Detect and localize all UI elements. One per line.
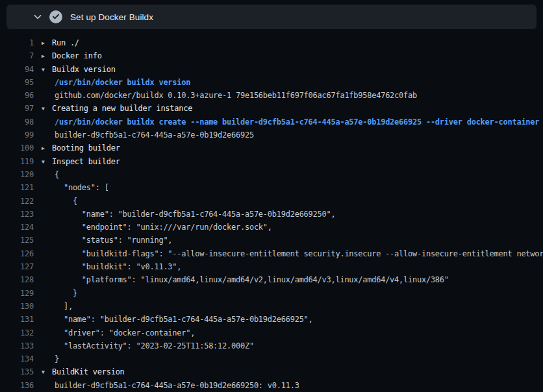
line-text: Creating a new builder instance [52, 102, 192, 115]
line-number[interactable]: 98 [0, 116, 34, 129]
line-number[interactable]: 7 [0, 49, 34, 62]
line-text: { [55, 195, 77, 208]
line-number[interactable]: 119 [0, 155, 34, 168]
line-number[interactable]: 96 [0, 89, 34, 102]
log-line: 131 "name": "builder-d9cfb5a1-c764-445a-… [0, 313, 543, 326]
line-text: "driver": "docker-container", [55, 326, 195, 339]
line-text: "name": "builder-d9cfb5a1-c764-445a-a57e… [55, 313, 313, 326]
line-text: builder-d9cfb5a1-c764-445a-a57e-0b19d2e6… [55, 379, 299, 392]
check-circle-icon [49, 10, 62, 23]
line-number[interactable]: 94 [0, 63, 34, 76]
line-text: /usr/bin/docker buildx create --name bui… [55, 116, 539, 129]
line-number[interactable]: 129 [0, 287, 34, 300]
actions-log-viewer: Set up Docker Buildx 1 ▶ Run ./ 7 ▶ Dock… [0, 0, 543, 392]
line-number[interactable]: 100 [0, 141, 34, 154]
line-text: } [55, 352, 59, 365]
triangle-collapsed-icon[interactable]: ▶ [42, 50, 49, 62]
log-line: 123 "name": "builder-d9cfb5a1-c764-445a-… [0, 208, 543, 221]
line-number[interactable]: 97 [0, 102, 34, 115]
line-text: "name": "builder-d9cfb5a1-c764-445a-a57e… [55, 208, 335, 221]
log-group-header[interactable]: 135 ▼ BuildKit version [0, 365, 543, 378]
line-text: "lastActivity": "2023-02-25T11:58:12.000… [55, 339, 254, 352]
line-number[interactable]: 99 [0, 129, 34, 141]
step-header[interactable]: Set up Docker Buildx [6, 5, 537, 29]
log-line: 126 "buildkitd-flags": "--allow-insecure… [0, 247, 543, 260]
log-line: 133 "lastActivity": "2023-02-25T11:58:12… [0, 339, 543, 352]
line-number[interactable]: 1 [0, 36, 34, 49]
log-line: 96 github.com/docker/buildx 0.10.3+azure… [0, 89, 543, 102]
log-line: 130 ], [0, 300, 543, 313]
log-group-header[interactable]: 100 ▶ Booting builder [0, 141, 543, 154]
line-number[interactable]: 123 [0, 208, 34, 221]
triangle-expanded-icon[interactable]: ▼ [42, 64, 49, 76]
line-number[interactable]: 95 [0, 76, 34, 89]
line-text: "buildkit": "v0.11.3", [55, 260, 181, 273]
line-text: BuildKit version [52, 365, 125, 378]
line-text: github.com/docker/buildx 0.10.3+azure-1 … [55, 89, 417, 102]
log-area: 1 ▶ Run ./ 7 ▶ Docker info 94 ▼ Buildx v… [0, 31, 543, 392]
log-group-header[interactable]: 94 ▼ Buildx version [0, 63, 543, 76]
log-group-header[interactable]: 119 ▼ Inspect builder [0, 155, 543, 168]
log-line: 120 { [0, 168, 543, 181]
line-text: /usr/bin/docker buildx version [55, 76, 190, 89]
line-number[interactable]: 134 [0, 352, 34, 365]
log-line: 136 builder-d9cfb5a1-c764-445a-a57e-0b19… [0, 379, 543, 392]
log-line: 124 "endpoint": "unix:///var/run/docker.… [0, 221, 543, 234]
line-text: "nodes": [ [55, 181, 109, 194]
log-line: 98 /usr/bin/docker buildx create --name … [0, 116, 543, 129]
line-number[interactable]: 136 [0, 379, 34, 392]
line-number[interactable]: 127 [0, 260, 34, 273]
line-text: Buildx version [52, 63, 116, 76]
log-line: 128 "platforms": "linux/amd64,linux/amd6… [0, 273, 543, 286]
triangle-collapsed-icon[interactable]: ▶ [42, 142, 49, 154]
line-text: Run ./ [52, 36, 79, 49]
log-group-header[interactable]: 1 ▶ Run ./ [0, 36, 543, 49]
line-text: } [55, 287, 77, 300]
line-number[interactable]: 120 [0, 168, 34, 181]
triangle-expanded-icon[interactable]: ▼ [42, 103, 49, 115]
line-number[interactable]: 128 [0, 273, 34, 286]
line-text: "status": "running", [55, 234, 172, 247]
log-line: 127 "buildkit": "v0.11.3", [0, 260, 543, 273]
line-number[interactable]: 122 [0, 195, 34, 208]
line-text: "platforms": "linux/amd64,linux/amd64/v2… [55, 273, 449, 286]
line-number[interactable]: 130 [0, 300, 34, 313]
log-group-header[interactable]: 97 ▼ Creating a new builder instance [0, 102, 543, 115]
triangle-expanded-icon[interactable]: ▼ [42, 156, 49, 168]
log-line: 95 /usr/bin/docker buildx version [0, 76, 543, 89]
log-line: 99 builder-d9cfb5a1-c764-445a-a57e-0b19d… [0, 129, 543, 141]
line-number[interactable]: 125 [0, 234, 34, 247]
line-text: Docker info [52, 49, 102, 62]
log-group-header[interactable]: 7 ▶ Docker info [0, 49, 543, 62]
line-text: "buildkitd-flags": "--allow-insecure-ent… [55, 247, 543, 260]
step-title: Set up Docker Buildx [70, 12, 153, 22]
chevron-down-icon [32, 12, 43, 22]
log-line: 121 "nodes": [ [0, 181, 543, 194]
line-number[interactable]: 133 [0, 339, 34, 352]
log-line: 125 "status": "running", [0, 234, 543, 247]
line-text: ], [55, 300, 73, 313]
triangle-expanded-icon[interactable]: ▼ [42, 366, 49, 378]
line-number[interactable]: 124 [0, 221, 34, 234]
line-number[interactable]: 135 [0, 365, 34, 378]
line-text: "endpoint": "unix:///var/run/docker.sock… [55, 221, 272, 234]
line-number[interactable]: 126 [0, 247, 34, 260]
line-number[interactable]: 132 [0, 326, 34, 339]
log-line: 132 "driver": "docker-container", [0, 326, 543, 339]
line-number[interactable]: 131 [0, 313, 34, 326]
line-text: Booting builder [52, 141, 120, 154]
line-text: Inspect builder [52, 155, 120, 168]
log-line: 129 } [0, 287, 543, 300]
line-number[interactable]: 121 [0, 181, 34, 194]
line-text: builder-d9cfb5a1-c764-445a-a57e-0b19d2e6… [55, 129, 254, 141]
log-line: 122 { [0, 195, 543, 208]
line-text: { [55, 168, 59, 181]
log-line: 134 } [0, 352, 543, 365]
triangle-collapsed-icon[interactable]: ▶ [42, 37, 49, 49]
